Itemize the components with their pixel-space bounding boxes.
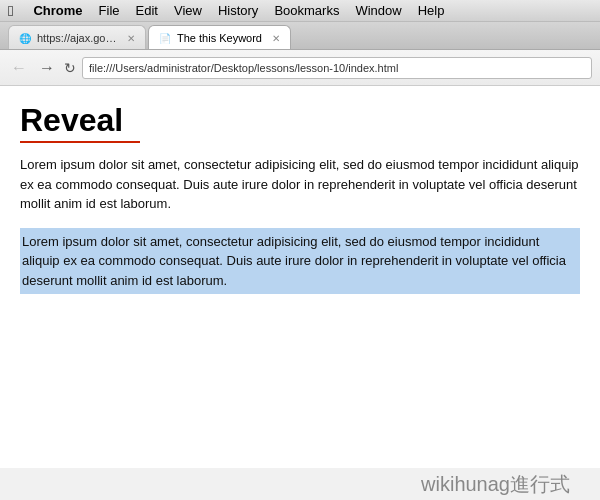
tab-0-label: https://ajax.googleapis.com bbox=[37, 32, 117, 44]
paragraph-1: Lorem ipsum dolor sit amet, consectetur … bbox=[20, 155, 580, 214]
tab-bar: 🌐 https://ajax.googleapis.com ✕ 📄 The th… bbox=[0, 22, 600, 50]
address-input[interactable]: file:///Users/administrator/Desktop/less… bbox=[82, 57, 592, 79]
menu-file[interactable]: File bbox=[99, 3, 120, 18]
tab-1-label: The this Keyword bbox=[177, 32, 262, 44]
forward-button[interactable]: → bbox=[36, 59, 58, 77]
menu-edit[interactable]: Edit bbox=[136, 3, 158, 18]
menu-chrome[interactable]: Chrome bbox=[33, 3, 82, 18]
red-underline bbox=[20, 141, 140, 143]
tab-0-favicon: 🌐 bbox=[19, 33, 31, 44]
menu-bar:  Chrome File Edit View History Bookmark… bbox=[0, 0, 600, 22]
url-text: file:///Users/administrator/Desktop/less… bbox=[89, 62, 398, 74]
menu-history[interactable]: History bbox=[218, 3, 258, 18]
refresh-button[interactable]: ↻ bbox=[64, 60, 76, 76]
watermark-text: wikihunag進行式 bbox=[421, 471, 570, 498]
tab-1-close[interactable]: ✕ bbox=[272, 33, 280, 44]
apple-logo[interactable]:  bbox=[8, 2, 13, 19]
tab-1[interactable]: 📄 The this Keyword ✕ bbox=[148, 25, 291, 49]
page-title: Reveal bbox=[20, 102, 580, 139]
back-button[interactable]: ← bbox=[8, 59, 30, 77]
watermark: wikihunag進行式 bbox=[0, 468, 600, 500]
paragraph-2-highlighted: Lorem ipsum dolor sit amet, consectetur … bbox=[20, 228, 580, 295]
menu-bookmarks[interactable]: Bookmarks bbox=[274, 3, 339, 18]
tab-0-close[interactable]: ✕ bbox=[127, 33, 135, 44]
tab-0[interactable]: 🌐 https://ajax.googleapis.com ✕ bbox=[8, 25, 146, 49]
menu-window[interactable]: Window bbox=[355, 3, 401, 18]
menu-help[interactable]: Help bbox=[418, 3, 445, 18]
browser-content: Reveal Lorem ipsum dolor sit amet, conse… bbox=[0, 86, 600, 468]
tab-1-favicon: 📄 bbox=[159, 33, 171, 44]
menu-view[interactable]: View bbox=[174, 3, 202, 18]
address-bar: ← → ↻ file:///Users/administrator/Deskto… bbox=[0, 50, 600, 86]
